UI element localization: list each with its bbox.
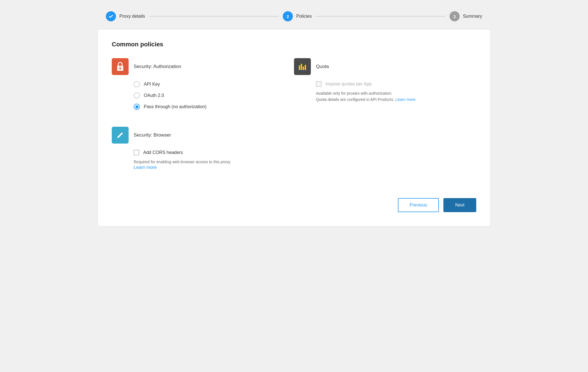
next-button[interactable]: Next <box>443 198 476 212</box>
card-title: Common policies <box>112 41 476 48</box>
step-3-circle: 3 <box>450 11 460 21</box>
cors-checkbox[interactable] <box>134 150 139 155</box>
quota-checkbox-row: Impose quotas per App <box>316 81 471 87</box>
security-auth-title: Security: Authorization <box>134 64 181 69</box>
quota-checkbox <box>316 81 322 87</box>
radio-oauth-label: OAuth 2.0 <box>144 93 164 98</box>
radio-oauth[interactable]: OAuth 2.0 <box>134 92 288 99</box>
security-auth-icon <box>112 58 129 75</box>
quota-title: Quota <box>316 64 329 69</box>
quota-description-1: Available only for proxies with authoriz… <box>316 90 471 103</box>
policies-grid: Security: Authorization API Key OAuth 2.… <box>112 58 476 176</box>
quota-checkbox-label: Impose quotas per App <box>325 81 372 87</box>
radio-api-key-label: API Key <box>144 82 160 87</box>
svg-rect-2 <box>120 68 120 69</box>
quota-icon <box>294 58 311 75</box>
main-card: Common policies <box>97 29 491 226</box>
quota-content: Impose quotas per App Available only for… <box>294 81 471 103</box>
security-browser-icon <box>112 127 129 144</box>
step-summary: 3 Summary <box>450 11 482 21</box>
svg-rect-3 <box>299 65 300 70</box>
security-auth-section: Security: Authorization API Key OAuth 2.… <box>112 58 294 115</box>
radio-pass-through-label: Pass through (no authorization) <box>144 104 206 109</box>
svg-rect-4 <box>301 64 302 70</box>
cors-checkbox-label: Add CORS headers <box>143 150 183 155</box>
previous-button[interactable]: Previous <box>398 198 439 212</box>
connector-2 <box>316 16 445 17</box>
radio-api-key-circle[interactable] <box>134 81 140 87</box>
right-column: Quota Impose quotas per App Available on… <box>294 58 476 176</box>
step-1-label: Proxy details <box>119 14 145 19</box>
security-browser-title: Security: Browser <box>134 132 171 138</box>
stepper: Proxy details 2 Policies 3 Summary <box>97 6 491 29</box>
cors-checkbox-item[interactable]: Add CORS headers <box>134 150 288 155</box>
security-browser-header: Security: Browser <box>112 127 288 144</box>
cors-learn-more-link[interactable]: Learn more <box>134 165 157 170</box>
footer-buttons: Previous Next <box>112 192 476 212</box>
step-policies: 2 Policies <box>283 11 312 21</box>
security-browser-section: Security: Browser Add CORS headers Requi… <box>112 127 294 176</box>
wizard-container: Proxy details 2 Policies 3 Summary Commo… <box>97 6 491 226</box>
security-auth-header: Security: Authorization <box>112 58 288 75</box>
quota-header: Quota <box>294 58 471 75</box>
step-2-label: Policies <box>296 14 312 19</box>
step-3-label: Summary <box>463 14 482 19</box>
step-proxy-details: Proxy details <box>106 11 145 21</box>
quota-learn-more-link[interactable]: Learn more <box>395 97 416 102</box>
svg-rect-6 <box>305 65 306 70</box>
security-auth-radio-group: API Key OAuth 2.0 Pass through (no autho… <box>112 81 288 110</box>
connector-1 <box>150 16 278 17</box>
radio-api-key[interactable]: API Key <box>134 81 288 87</box>
step-2-circle: 2 <box>283 11 293 21</box>
radio-oauth-circle[interactable] <box>134 92 140 99</box>
cors-description: Required for enabling web browser access… <box>134 159 288 165</box>
quota-section: Quota Impose quotas per App Available on… <box>294 58 476 108</box>
svg-rect-5 <box>303 67 304 70</box>
radio-pass-through-circle[interactable] <box>134 104 140 110</box>
radio-pass-through[interactable]: Pass through (no authorization) <box>134 104 288 110</box>
step-1-circle <box>106 11 116 21</box>
cors-checkbox-group: Add CORS headers Required for enabling w… <box>112 150 288 170</box>
left-column: Security: Authorization API Key OAuth 2.… <box>112 58 294 176</box>
